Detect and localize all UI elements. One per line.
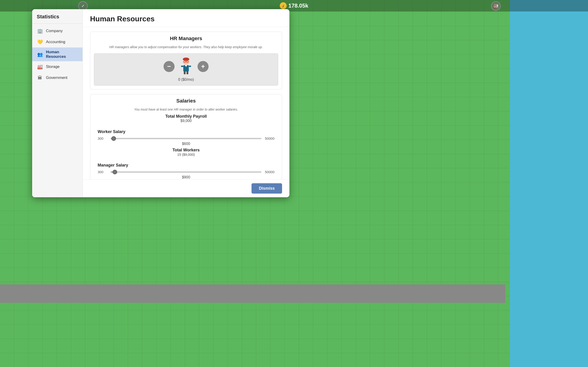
worker-salary-row: Worker Salary 300 50000 $600 [90,127,282,146]
manager-salary-track [111,171,261,173]
hr-controls: − [164,57,208,76]
sidebar-label-accounting: Accounting [46,40,65,44]
hr-count-label: 0 ($0/mo) [178,77,194,82]
main-header: Human Resources [83,9,289,27]
increase-hr-button[interactable]: + [198,61,208,72]
human-resources-icon: 👥 [37,51,43,58]
top-right-nav-icon[interactable]: 🏭 [491,1,501,11]
salaries-requirement: You must have at least one HR manager in… [90,108,282,114]
svg-rect-6 [181,66,183,67]
currency-amount: 178.05k [288,2,309,9]
manager-salary-label: Manager Salary [98,163,275,168]
worker-salary-slider-container [111,138,261,139]
hr-managers-description: HR managers allow you to adjust compensa… [90,45,282,52]
accounting-icon: 💛 [37,39,43,45]
storage-icon: 🏭 [37,64,43,70]
decrease-hr-button[interactable]: − [164,61,174,72]
sidebar-item-storage[interactable]: 🏭 Storage [32,61,82,72]
sidebar-item-human-resources[interactable]: 👥 Human Resources [32,48,82,61]
sidebar-label-company: Company [46,29,63,33]
svg-rect-7 [189,66,191,67]
worker-salary-label: Worker Salary [98,129,275,134]
manager-salary-row: Manager Salary 300 50000 $900 [90,160,282,179]
salaries-title: Salaries [90,94,282,108]
sidebar-item-company[interactable]: 🏢 Company [32,25,82,36]
worker-salary-thumb[interactable] [111,136,116,141]
total-payroll-amount: $9,000 [90,119,282,123]
sidebar-title: Statistics [32,14,82,24]
total-workers-section: Total Workers 15 ($9,000) [90,148,282,156]
main-body: HR Managers HR managers allow you to adj… [83,27,289,179]
hr-character-figure [179,57,193,76]
worker-salary-slider-row: 300 50000 [98,136,275,140]
hr-managers-card: HR Managers HR managers allow you to adj… [90,32,282,90]
coin-icon: 💰 [280,2,287,9]
government-icon: 🏛 [37,75,43,81]
manager-salary-slider-container [111,171,261,173]
payroll-section: Total Monthly Payroll $9,000 [90,114,282,123]
sidebar-label-government: Government [46,75,68,80]
company-icon: 🏢 [37,28,43,34]
statistics-modal: Statistics 🏢 Company 💛 Accounting 👥 Huma… [32,9,289,197]
sidebar-item-government[interactable]: 🏛 Government [32,72,82,83]
worker-salary-track [111,138,261,139]
road [0,284,505,303]
manager-salary-min: 300 [98,170,108,174]
manager-salary-max: 50000 [264,170,275,174]
salaries-card: Salaries You must have at least one HR m… [90,94,282,179]
total-workers-label: Total Workers [90,148,282,152]
sidebar-label-storage: Storage [46,65,60,69]
svg-point-1 [183,58,189,61]
water-area [510,0,588,367]
total-payroll-label: Total Monthly Payroll [90,114,282,119]
manager-salary-value: $900 [98,175,275,179]
sidebar-label-hr: Human Resources [46,50,78,59]
hr-managers-title: HR Managers [90,32,282,45]
svg-rect-9 [187,71,188,74]
worker-salary-max: 50000 [264,136,275,140]
manager-salary-slider-row: 300 50000 [98,170,275,174]
sidebar-item-accounting[interactable]: 💛 Accounting [32,36,82,48]
total-workers-value: 15 ($9,000) [90,152,282,156]
worker-salary-min: 300 [98,136,108,140]
manager-salary-thumb[interactable] [112,170,117,174]
modal-footer: Dismiss [83,179,289,197]
currency-display: 💰 178.05k [280,2,309,9]
page-title: Human Resources [90,15,282,23]
sidebar: Statistics 🏢 Company 💛 Accounting 👥 Huma… [32,9,83,197]
svg-rect-8 [184,71,186,74]
main-content: Human Resources HR Managers HR managers … [83,9,289,197]
dismiss-button[interactable]: Dismiss [251,183,282,194]
worker-salary-value: $600 [98,142,275,146]
hr-control-area: − [94,53,278,85]
